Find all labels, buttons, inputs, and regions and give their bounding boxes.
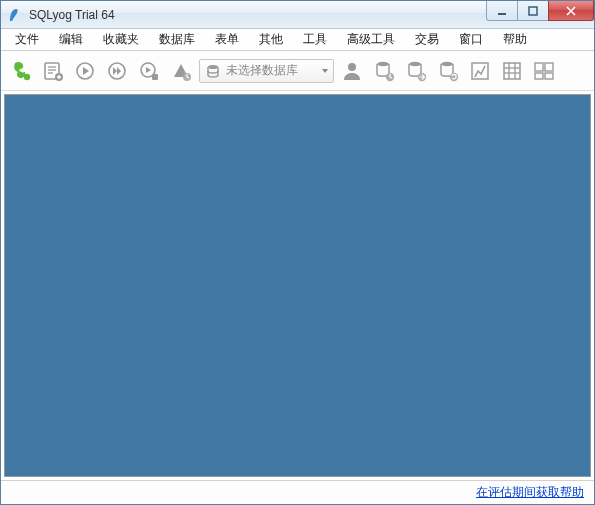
execute-all-button[interactable] bbox=[103, 57, 131, 85]
svg-point-15 bbox=[377, 61, 389, 65]
menu-help[interactable]: 帮助 bbox=[493, 29, 537, 50]
app-icon bbox=[7, 7, 23, 23]
data-search-button[interactable] bbox=[530, 57, 558, 85]
window-controls bbox=[487, 1, 594, 21]
format-query-button[interactable] bbox=[167, 57, 195, 85]
database-icon bbox=[206, 64, 220, 78]
menu-window[interactable]: 窗口 bbox=[449, 29, 493, 50]
chevron-down-icon bbox=[321, 64, 329, 78]
database-selector-label: 未选择数据库 bbox=[226, 62, 298, 79]
svg-rect-11 bbox=[152, 74, 158, 80]
new-connection-button[interactable] bbox=[7, 57, 35, 85]
svg-point-2 bbox=[24, 73, 30, 79]
schema-designer-button[interactable] bbox=[498, 57, 526, 85]
user-manager-button[interactable] bbox=[338, 57, 366, 85]
svg-point-14 bbox=[348, 63, 356, 71]
menu-edit[interactable]: 编辑 bbox=[49, 29, 93, 50]
menu-other[interactable]: 其他 bbox=[249, 29, 293, 50]
svg-rect-27 bbox=[535, 63, 543, 71]
trial-help-link[interactable]: 在评估期间获取帮助 bbox=[476, 484, 584, 501]
svg-point-19 bbox=[441, 61, 453, 65]
database-selector[interactable]: 未选择数据库 bbox=[199, 59, 334, 83]
toolbar: 未选择数据库 bbox=[1, 51, 594, 91]
menu-database[interactable]: 数据库 bbox=[149, 29, 205, 50]
svg-rect-1 bbox=[529, 7, 537, 15]
svg-rect-22 bbox=[504, 63, 520, 79]
menu-table[interactable]: 表单 bbox=[205, 29, 249, 50]
execute-edit-button[interactable] bbox=[135, 57, 163, 85]
svg-rect-30 bbox=[545, 73, 553, 79]
app-window: SQLyog Trial 64 文件 编辑 收藏夹 数据库 表单 其他 工具 高… bbox=[0, 0, 595, 505]
menu-tools[interactable]: 工具 bbox=[293, 29, 337, 50]
menu-file[interactable]: 文件 bbox=[5, 29, 49, 50]
titlebar: SQLyog Trial 64 bbox=[1, 1, 594, 29]
menu-favorites[interactable]: 收藏夹 bbox=[93, 29, 149, 50]
svg-point-13 bbox=[208, 65, 218, 69]
query-builder-button[interactable] bbox=[466, 57, 494, 85]
maximize-button[interactable] bbox=[517, 1, 549, 21]
sync-button[interactable] bbox=[434, 57, 462, 85]
svg-point-17 bbox=[409, 61, 421, 65]
import-external-button[interactable] bbox=[402, 57, 430, 85]
svg-rect-28 bbox=[545, 63, 553, 71]
minimize-button[interactable] bbox=[486, 1, 518, 21]
new-query-button[interactable] bbox=[39, 57, 67, 85]
mdi-workspace bbox=[4, 94, 591, 477]
execute-query-button[interactable] bbox=[71, 57, 99, 85]
svg-rect-29 bbox=[535, 73, 543, 79]
menu-advtools[interactable]: 高级工具 bbox=[337, 29, 405, 50]
menubar: 文件 编辑 收藏夹 数据库 表单 其他 工具 高级工具 交易 窗口 帮助 bbox=[1, 29, 594, 51]
statusbar: 在评估期间获取帮助 bbox=[1, 480, 594, 504]
close-button[interactable] bbox=[548, 1, 594, 21]
scheduled-backup-button[interactable] bbox=[370, 57, 398, 85]
svg-rect-0 bbox=[498, 13, 506, 15]
menu-transaction[interactable]: 交易 bbox=[405, 29, 449, 50]
window-title: SQLyog Trial 64 bbox=[29, 8, 115, 22]
